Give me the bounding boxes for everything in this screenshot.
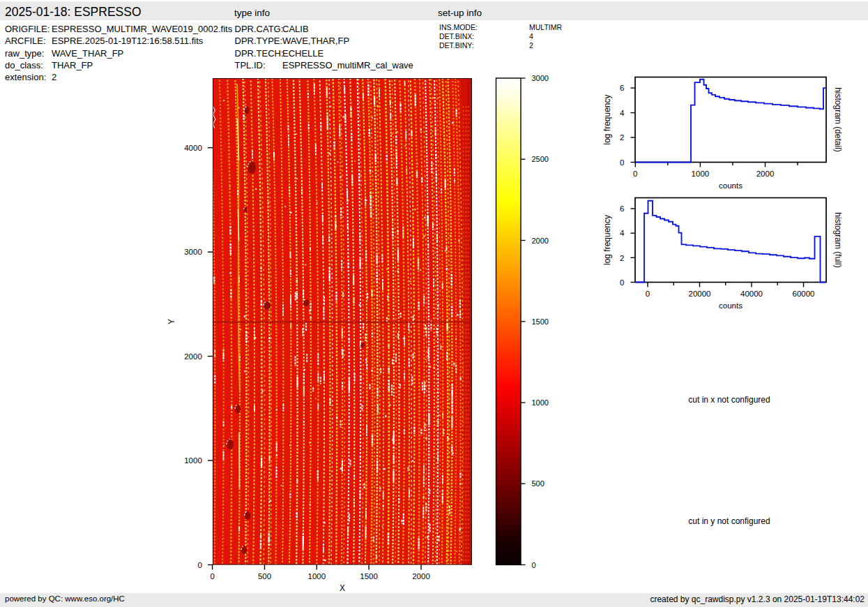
svg-text:counts: counts [719, 301, 743, 310]
svg-text:2000: 2000 [412, 572, 430, 580]
svg-text:counts: counts [719, 181, 743, 190]
svg-text:log frequency: log frequency [602, 94, 612, 144]
svg-text:20000: 20000 [689, 290, 711, 298]
svg-text:2500: 2500 [532, 155, 549, 163]
svg-text:0: 0 [646, 290, 650, 298]
svg-text:cut in y not configured: cut in y not configured [688, 516, 770, 526]
svg-text:2: 2 [620, 254, 624, 262]
svg-text:500: 500 [532, 479, 545, 488]
svg-text:histogram (full): histogram (full) [833, 212, 843, 267]
svg-text:0: 0 [633, 170, 637, 178]
svg-text:2000: 2000 [532, 237, 549, 245]
svg-text:1000: 1000 [532, 398, 549, 407]
svg-text:histogram (detail): histogram (detail) [833, 87, 843, 152]
svg-text:Y: Y [167, 319, 176, 324]
svg-text:500: 500 [258, 572, 271, 580]
svg-text:40000: 40000 [740, 290, 763, 298]
svg-text:60000: 60000 [793, 290, 815, 298]
svg-text:1500: 1500 [532, 317, 549, 326]
svg-text:4000: 4000 [184, 144, 202, 152]
svg-text:6: 6 [620, 84, 624, 92]
svg-text:0: 0 [620, 158, 624, 167]
svg-text:3000: 3000 [184, 248, 202, 256]
svg-text:4: 4 [620, 229, 625, 237]
svg-text:1000: 1000 [308, 572, 326, 580]
svg-text:0: 0 [620, 278, 624, 287]
svg-text:log frequency: log frequency [602, 215, 612, 265]
svg-text:X: X [340, 583, 345, 593]
svg-text:2: 2 [620, 133, 624, 142]
svg-text:6: 6 [620, 204, 624, 213]
svg-text:0: 0 [210, 572, 214, 580]
svg-text:1000: 1000 [184, 456, 202, 465]
svg-text:1500: 1500 [360, 572, 378, 580]
svg-text:2000: 2000 [184, 352, 202, 361]
svg-text:0: 0 [532, 561, 536, 569]
svg-text:1000: 1000 [692, 170, 710, 178]
svg-text:0: 0 [197, 561, 201, 569]
svg-text:cut in x not configured: cut in x not configured [688, 395, 770, 405]
svg-text:4: 4 [620, 109, 625, 117]
svg-text:2000: 2000 [756, 170, 775, 178]
svg-text:3000: 3000 [532, 74, 549, 82]
